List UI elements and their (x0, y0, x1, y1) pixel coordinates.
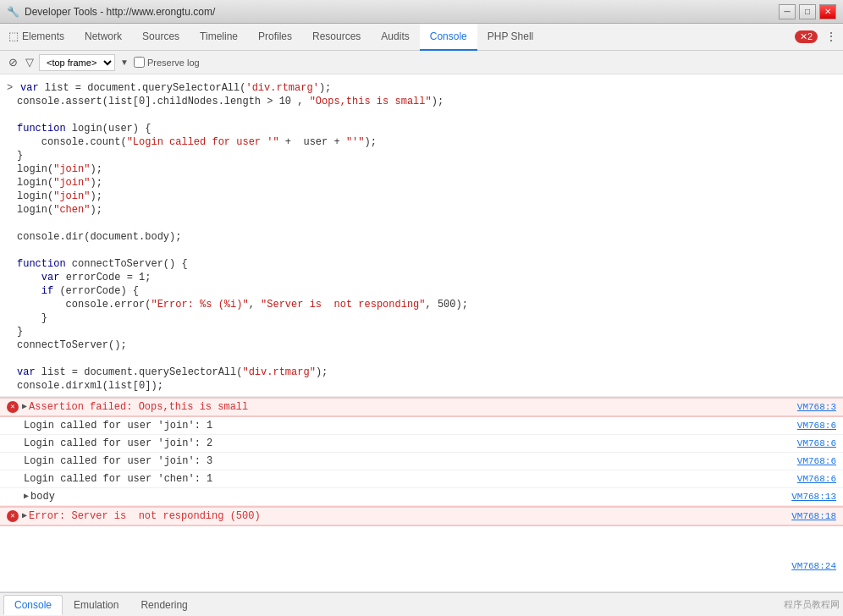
body-ref[interactable]: VM768:13 (791, 489, 836, 504)
code-line: login("chen"); (0, 203, 843, 217)
code-line (0, 217, 843, 230)
error-icon-2: ✕ (7, 510, 19, 522)
login-1-text: Login called for user 'join': 1 (24, 418, 212, 433)
code-line: console.dir(document.body); (0, 230, 843, 244)
code-line: var errorCode = 1; (0, 271, 843, 284)
code-line (0, 108, 843, 122)
code-line (0, 244, 843, 257)
watermark: 程序员教程网 (784, 598, 840, 611)
dom-ref[interactable]: VM768:24 (791, 558, 836, 574)
close-button[interactable]: ✕ (819, 4, 836, 19)
tab-console[interactable]: Console (420, 24, 477, 51)
preserve-log-checkbox[interactable] (134, 57, 145, 68)
login-1-ref[interactable]: VM768:6 (797, 418, 836, 433)
tab-resources[interactable]: Resources (302, 24, 371, 51)
login-2-ref[interactable]: VM768:6 (797, 436, 836, 451)
window-title: Developer Tools - http://www.erongtu.com… (25, 6, 779, 18)
error-badge: ✕2 (795, 30, 818, 43)
clear-console-button[interactable]: ⊘ (5, 55, 20, 70)
maximize-button[interactable]: □ (799, 4, 816, 19)
tab-elements[interactable]: ⬚ Elements (3, 24, 74, 51)
elements-icon: ⬚ (8, 30, 19, 42)
console-output-area[interactable]: > var list = document.querySelectorAll('… (0, 74, 843, 592)
code-line: } (0, 149, 843, 162)
error-icon: ✕ (7, 401, 19, 413)
code-line: login("join"); (0, 176, 843, 190)
code-line: console.assert(list[0].childNodes.length… (0, 95, 843, 108)
code-line: login("join"); (0, 190, 843, 203)
code-line: function connectToServer() { (0, 257, 843, 271)
login-3-ref[interactable]: VM768:6 (797, 454, 836, 469)
login-4-text: Login called for user 'chen': 1 (24, 471, 212, 487)
login-3-text: Login called for user 'join': 3 (24, 454, 212, 469)
console-toolbar: ⊘ ▽ <top frame> ▼ Preserve log (0, 51, 843, 74)
code-line: var list = document.querySelectorAll("di… (0, 366, 843, 379)
code-line: } (0, 311, 843, 325)
code-line: console.error("Error: %s (%i)", "Server … (0, 298, 843, 311)
code-line: if (errorCode) { (0, 284, 843, 298)
preserve-log-label[interactable]: Preserve log (134, 57, 200, 68)
output-dom-tree: VM768:24 ▼ <div class="rtheader rtmarg">… (0, 526, 843, 592)
code-line: function login(user) { (0, 122, 843, 135)
code-line: console.dirxml(list[0]); (0, 379, 843, 393)
tab-timeline[interactable]: Timeline (190, 24, 248, 51)
nav-tabs: ⬚ Elements Network Sources Timeline Prof… (3, 24, 543, 51)
frame-arrow: ▼ (120, 58, 129, 67)
assertion-error-ref[interactable]: VM768:3 (797, 399, 836, 415)
expand-arrow-2[interactable]: ▶ (22, 509, 27, 524)
server-error-ref[interactable]: VM768:18 (791, 509, 836, 524)
output-login-1: Login called for user 'join': 1 VM768:6 (0, 417, 843, 435)
dom-tree-content: VM768:24 ▼ <div class="rtheader rtmarg">… (24, 527, 836, 592)
tab-profiles[interactable]: Profiles (248, 24, 302, 51)
expand-arrow[interactable]: ▶ (22, 399, 27, 415)
body-expand-arrow[interactable]: ▶ (24, 489, 29, 504)
window-controls: ─ □ ✕ (779, 4, 836, 19)
more-options-button[interactable]: ⋮ (823, 29, 840, 46)
code-line: > var list = document.querySelectorAll('… (0, 81, 843, 95)
bottom-tab-console[interactable]: Console (3, 595, 63, 615)
frame-selector[interactable]: <top frame> (39, 54, 115, 71)
server-error-text: Error: Server is not responding (500) (29, 509, 261, 524)
login-2-text: Login called for user 'join': 2 (24, 436, 212, 451)
output-body: ▶ body VM768:13 (0, 488, 843, 506)
output-login-3: Login called for user 'join': 3 VM768:6 (0, 453, 843, 470)
bottom-tabs: Console Emulation Rendering 程序员教程网 (0, 592, 843, 616)
code-line: } (0, 325, 843, 338)
code-line: login("join"); (0, 162, 843, 176)
assertion-error-text: Assertion failed: Oops,this is small (29, 399, 248, 415)
output-login-4: Login called for user 'chen': 1 VM768:6 (0, 470, 843, 488)
filter-button[interactable]: ▽ (25, 56, 34, 69)
output-server-error: ✕ ▶ Error: Server is not responding (500… (0, 506, 843, 526)
nav-toolbar: ⬚ Elements Network Sources Timeline Prof… (0, 24, 843, 51)
tab-sources[interactable]: Sources (132, 24, 190, 51)
login-4-ref[interactable]: VM768:6 (797, 471, 836, 487)
code-line (0, 352, 843, 366)
title-bar: 🔧 Developer Tools - http://www.erongtu.c… (0, 0, 843, 24)
tab-audits[interactable]: Audits (371, 24, 419, 51)
bottom-tab-rendering[interactable]: Rendering (129, 595, 198, 615)
tab-phpshell[interactable]: PHP Shell (477, 24, 543, 51)
code-line: console.count("Login called for user '" … (0, 135, 843, 149)
minimize-button[interactable]: ─ (779, 4, 796, 19)
body-text: body (30, 489, 55, 504)
output-login-2: Login called for user 'join': 2 VM768:6 (0, 435, 843, 453)
code-block: > var list = document.querySelectorAll('… (0, 78, 843, 397)
code-line: connectToServer(); (0, 338, 843, 352)
tab-network[interactable]: Network (74, 24, 132, 51)
bottom-tab-emulation[interactable]: Emulation (63, 595, 129, 615)
output-assertion-error: ✕ ▶ Assertion failed: Oops,this is small… (0, 397, 843, 417)
app-icon: 🔧 (7, 6, 19, 18)
toolbar-right: ✕2 ⋮ (795, 29, 840, 46)
